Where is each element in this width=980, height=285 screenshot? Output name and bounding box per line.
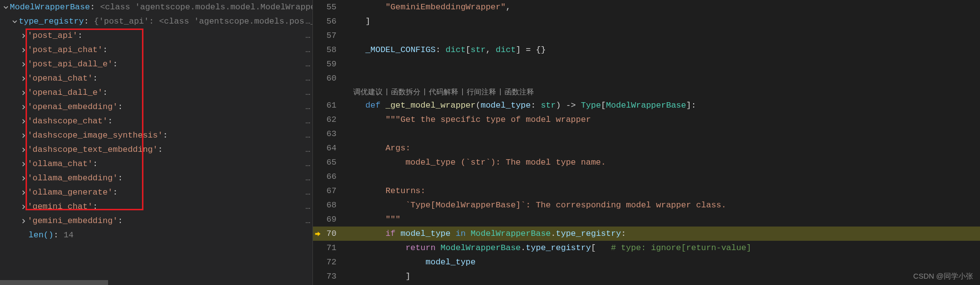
line-number: 56 [323, 17, 345, 26]
code-line[interactable]: 55 "GeminiEmbeddingWrapper", [313, 0, 980, 14]
dict-key: 'dashscope_chat' [28, 116, 108, 126]
line-number: 62 [323, 115, 345, 124]
code-line[interactable]: 71 return ModelWrapperBase.type_registry… [313, 241, 980, 255]
debug-dict-entry[interactable]: 'dashscope_image_synthesis': [0, 128, 312, 142]
debug-dict-entry[interactable]: 'openai_embedding': [0, 100, 312, 114]
line-number: 71 [323, 243, 345, 253]
codelens-action[interactable]: 行间注释 [466, 87, 497, 97]
chevron-right-icon [20, 217, 28, 225]
chevron-right-icon [20, 174, 28, 182]
code-text: Args: [345, 143, 411, 153]
codelens-bar: 调优建议 | 函数拆分 | 代码解释 | 行间注释 | 函数注释 [313, 86, 980, 98]
line-number: 57 [323, 31, 345, 40]
horizontal-scrollbar[interactable] [0, 280, 313, 285]
code-line[interactable]: 65 model_type (`str`): The model type na… [313, 155, 980, 170]
code-line[interactable]: 63 [313, 127, 980, 141]
dict-key: 'post_api_dall_e' [28, 59, 112, 69]
debug-var-registry[interactable]: type_registry: {'post_api': <class 'agen… [0, 14, 312, 28]
line-number: 65 [323, 158, 345, 167]
code-text: return ModelWrapperBase.type_registry[ #… [345, 243, 751, 253]
debug-dict-entry[interactable]: 'ollama_chat': [0, 157, 312, 171]
codelens-separator: | [384, 88, 390, 96]
dict-key: 'ollama_generate' [28, 188, 112, 197]
len-value: 14 [63, 230, 73, 240]
code-text: if model_type in ModelWrapperBase.type_r… [345, 229, 626, 238]
codelens-action[interactable]: 函数注释 [504, 87, 535, 97]
code-line[interactable]: 73 ] [313, 269, 980, 284]
debug-dict-entry[interactable]: 'post_api': [0, 28, 312, 43]
code-line[interactable]: 60 [313, 71, 980, 86]
debug-dict-entry[interactable]: 'ollama_embedding': [0, 171, 312, 185]
line-number: 58 [323, 45, 345, 55]
line-number: 70 [323, 229, 345, 238]
chevron-right-icon [20, 189, 28, 197]
dict-key: 'gemini_chat' [28, 202, 93, 211]
dict-key: 'dashscope_text_embedding' [28, 145, 158, 154]
code-line[interactable]: 70 if model_type in ModelWrapperBase.typ… [313, 227, 980, 241]
debug-dict-entry[interactable]: 'openai_chat': [0, 71, 312, 86]
dict-key: 'post_api' [28, 31, 78, 40]
debug-dict-entry[interactable]: 'openai_dall_e': [0, 86, 312, 100]
code-line[interactable]: 58 _MODEL_CONFIGS: dict[str, dict] = {} [313, 43, 980, 57]
debug-dict-entry[interactable]: 'post_api_chat': [0, 43, 312, 57]
debug-dict-entry[interactable]: 'gemini_embedding': [0, 214, 312, 228]
chevron-right-icon [20, 203, 28, 211]
code-text: """Get the specific type of model wrappe… [345, 115, 591, 124]
code-line[interactable]: 61 def _get_model_wrapper(model_type: st… [313, 98, 980, 113]
breakpoint-gutter[interactable] [313, 230, 323, 237]
codelens-action[interactable]: 代码解释 [428, 87, 459, 97]
debug-variables-panel[interactable]: ModelWrapperBase: <class 'agentscope.mod… [0, 0, 313, 285]
debug-var-root[interactable]: ModelWrapperBase: <class 'agentscope.mod… [0, 0, 312, 14]
code-line[interactable]: 62 """Get the specific type of model wra… [313, 113, 980, 127]
codelens-action[interactable]: 调优建议 [352, 87, 384, 97]
code-line[interactable]: 57 [313, 28, 980, 43]
code-text: def _get_model_wrapper(model_type: str) … [345, 101, 696, 110]
code-text: "GeminiEmbeddingWrapper", [345, 2, 511, 12]
chevron-right-icon [20, 132, 28, 140]
dict-key: 'ollama_chat' [28, 159, 93, 169]
debug-dict-entry[interactable]: 'ollama_generate': [0, 185, 312, 200]
code-line[interactable]: 67 Returns: [313, 184, 980, 198]
chevron-right-icon [20, 32, 28, 40]
line-number: 59 [323, 59, 345, 69]
var-name: ModelWrapperBase [10, 2, 90, 12]
code-text: Returns: [345, 186, 425, 196]
code-text: _MODEL_CONFIGS: dict[str, dict] = {} [345, 45, 546, 55]
len-label: len() [28, 230, 54, 240]
debug-dict-entry[interactable]: 'dashscope_text_embedding': [0, 142, 312, 157]
code-editor[interactable]: 55 "GeminiEmbeddingWrapper",56 ]5758 _MO… [313, 0, 980, 285]
watermark: CSDN @同学小张 [913, 272, 973, 281]
line-number: 69 [323, 215, 345, 224]
code-line[interactable]: 56 ] [313, 14, 980, 28]
var-name: type_registry [19, 17, 84, 26]
current-line-arrow-icon [314, 230, 321, 237]
chevron-right-icon [20, 75, 28, 83]
code-line[interactable]: 59 [313, 57, 980, 71]
codelens-action[interactable]: 函数拆分 [390, 87, 421, 97]
code-line[interactable]: 66 [313, 170, 980, 184]
line-number: 63 [323, 129, 345, 139]
code-text: ] [345, 17, 370, 26]
code-line[interactable]: 64 Args: [313, 141, 980, 155]
code-text: model_type [345, 257, 476, 267]
chevron-right-icon [20, 46, 28, 54]
chevron-down-icon [11, 18, 19, 26]
code-line[interactable]: 68 `Type[ModelWrapperBase]`: The corresp… [313, 198, 980, 212]
dict-key: 'gemini_embedding' [28, 216, 118, 226]
debug-var-len[interactable]: len(): 14 [0, 228, 312, 242]
code-text: """ [345, 215, 400, 224]
scrollbar-thumb[interactable] [0, 280, 108, 285]
debug-dict-entry[interactable]: 'gemini_chat': [0, 200, 312, 214]
chevron-right-icon [20, 89, 28, 97]
line-number: 73 [323, 272, 345, 281]
code-text: ] [345, 272, 411, 281]
code-line[interactable]: 72 model_type [313, 255, 980, 269]
codelens-separator: | [497, 88, 504, 96]
debug-dict-entry[interactable]: 'dashscope_chat': [0, 114, 312, 128]
line-number: 64 [323, 143, 345, 153]
dict-key: 'openai_embedding' [28, 102, 118, 112]
debug-dict-entry[interactable]: 'post_api_dall_e': [0, 57, 312, 71]
line-number: 60 [323, 74, 345, 83]
code-line[interactable]: 69 """ [313, 212, 980, 227]
codelens-separator: | [459, 88, 466, 96]
